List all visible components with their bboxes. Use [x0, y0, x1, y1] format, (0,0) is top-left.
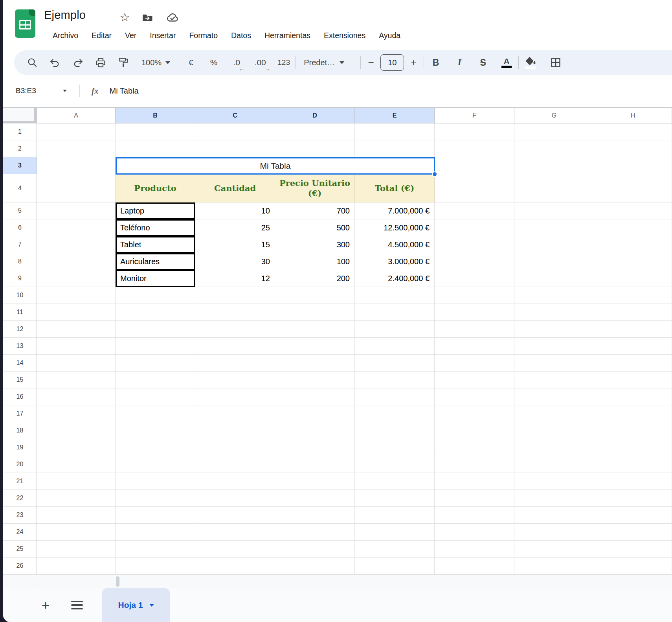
cell-F11[interactable]	[435, 304, 514, 321]
row-header-19[interactable]: 19	[3, 439, 37, 456]
cell-C6[interactable]: 25	[195, 219, 275, 236]
search-icon[interactable]	[24, 54, 41, 71]
row-header-11[interactable]: 11	[3, 304, 37, 321]
format-currency-button[interactable]: €	[182, 54, 200, 71]
cell-F22[interactable]	[435, 490, 514, 507]
cell-D17[interactable]	[275, 405, 355, 422]
cell-C12[interactable]	[195, 321, 275, 338]
cell-D26[interactable]	[275, 558, 355, 574]
font-size-input[interactable]: 10	[380, 54, 404, 71]
cell-B15[interactable]	[116, 372, 195, 388]
cell-C17[interactable]	[195, 405, 275, 422]
cell-E17[interactable]	[355, 405, 435, 422]
cell-D18[interactable]	[275, 422, 355, 439]
cell-H22[interactable]	[594, 490, 672, 507]
scrollbar-thumb[interactable]	[116, 576, 119, 587]
cell-H24[interactable]	[594, 524, 672, 541]
cell-F23[interactable]	[435, 507, 514, 524]
row-header-20[interactable]: 20	[3, 456, 37, 473]
cell-E25[interactable]	[355, 541, 435, 558]
undo-icon[interactable]	[46, 54, 64, 71]
cell-A8[interactable]	[37, 253, 116, 270]
cell-D14[interactable]	[275, 355, 355, 372]
cell-G18[interactable]	[514, 422, 594, 439]
strikethrough-button[interactable]: S	[474, 54, 492, 71]
cell-B25[interactable]	[116, 541, 195, 558]
cell-B16[interactable]	[116, 388, 195, 405]
cell-E13[interactable]	[355, 338, 435, 355]
row-header-14[interactable]: 14	[3, 355, 37, 372]
cell-H5[interactable]	[594, 202, 672, 219]
cell-B20[interactable]	[116, 456, 195, 473]
cell-F8[interactable]	[435, 253, 514, 270]
fill-color-button[interactable]	[522, 54, 539, 71]
cell-D4[interactable]: Precio Unitario (€)	[275, 174, 355, 202]
cell-F5[interactable]	[435, 202, 514, 219]
cell-A2[interactable]	[37, 140, 116, 157]
cell-B6[interactable]: Teléfono	[116, 219, 195, 236]
cell-D5[interactable]: 700	[275, 202, 355, 219]
cell-F1[interactable]	[435, 123, 514, 140]
format-percent-button[interactable]: %	[205, 54, 222, 71]
add-sheet-button[interactable]: +	[37, 596, 54, 614]
cell-A6[interactable]	[37, 219, 116, 236]
redo-icon[interactable]	[69, 54, 86, 71]
cell-D16[interactable]	[275, 388, 355, 405]
cell-D24[interactable]	[275, 524, 355, 541]
cell-D21[interactable]	[275, 473, 355, 490]
cell-C9[interactable]: 12	[195, 270, 275, 287]
cell-G7[interactable]	[514, 236, 594, 253]
cell-D12[interactable]	[275, 321, 355, 338]
column-header-A[interactable]: A	[37, 108, 116, 123]
row-header-8[interactable]: 8	[3, 253, 37, 270]
cell-G21[interactable]	[514, 473, 594, 490]
column-header-F[interactable]: F	[435, 108, 514, 123]
cell-A10[interactable]	[37, 287, 116, 304]
row-header-2[interactable]: 2	[3, 140, 37, 157]
cell-H9[interactable]	[594, 270, 672, 287]
cell-B5[interactable]: Laptop	[116, 202, 195, 219]
star-icon[interactable]: ☆	[119, 10, 130, 24]
cell-D9[interactable]: 200	[275, 270, 355, 287]
cell-C13[interactable]	[195, 338, 275, 355]
menu-insertar[interactable]: Insertar	[146, 29, 180, 42]
cell-H26[interactable]	[594, 558, 672, 574]
cell-E11[interactable]	[355, 304, 435, 321]
column-header-G[interactable]: G	[514, 108, 594, 123]
cell-G5[interactable]	[514, 202, 594, 219]
cell-H19[interactable]	[594, 439, 672, 456]
cell-A21[interactable]	[37, 473, 116, 490]
cell-G1[interactable]	[514, 123, 594, 140]
cell-A24[interactable]	[37, 524, 116, 541]
cell-H1[interactable]	[594, 123, 672, 140]
cell-E18[interactable]	[355, 422, 435, 439]
cell-F26[interactable]	[435, 558, 514, 574]
menu-datos[interactable]: Datos	[227, 29, 255, 42]
borders-button[interactable]	[547, 54, 564, 71]
cell-D23[interactable]	[275, 507, 355, 524]
cell-B24[interactable]	[116, 524, 195, 541]
cell-F9[interactable]	[435, 270, 514, 287]
cell-A26[interactable]	[37, 558, 116, 574]
cell-B21[interactable]	[116, 473, 195, 490]
row-header-5[interactable]: 5	[3, 202, 37, 219]
cell-E16[interactable]	[355, 388, 435, 405]
cloud-saved-icon[interactable]	[166, 12, 179, 25]
row-header-15[interactable]: 15	[3, 372, 37, 388]
cell-C21[interactable]	[195, 473, 275, 490]
cell-A18[interactable]	[37, 422, 116, 439]
cell-F7[interactable]	[435, 236, 514, 253]
cell-A9[interactable]	[37, 270, 116, 287]
row-header-26[interactable]: 26	[3, 558, 37, 574]
cell-H3[interactable]	[594, 157, 672, 174]
row-header-6[interactable]: 6	[3, 219, 37, 236]
cell-A7[interactable]	[37, 236, 116, 253]
cell-D7[interactable]: 300	[275, 236, 355, 253]
cell-B23[interactable]	[116, 507, 195, 524]
cell-F18[interactable]	[435, 422, 514, 439]
cell-C4[interactable]: Cantidad	[195, 174, 275, 202]
cell-B1[interactable]	[116, 123, 195, 140]
cell-C23[interactable]	[195, 507, 275, 524]
cell-C5[interactable]: 10	[195, 202, 275, 219]
menu-ayuda[interactable]: Ayuda	[375, 29, 404, 42]
